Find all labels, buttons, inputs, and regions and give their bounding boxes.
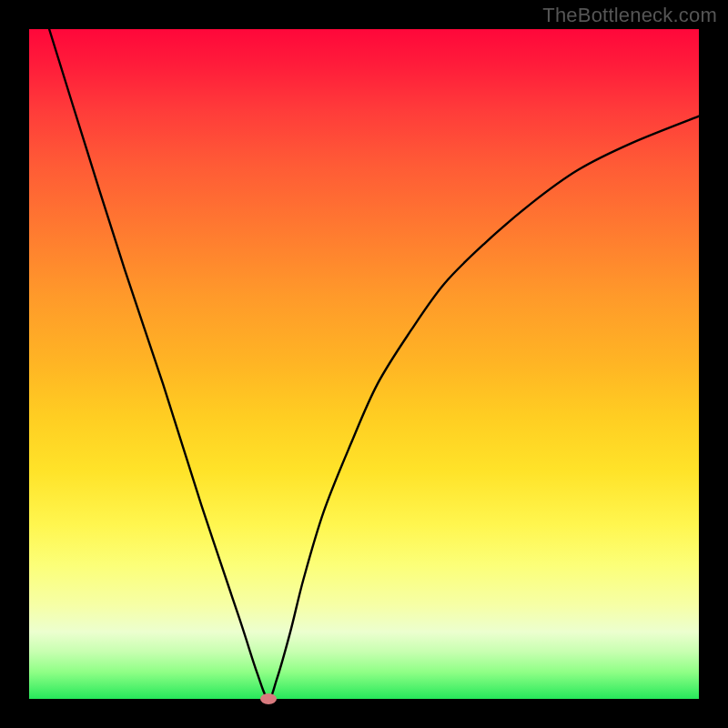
bottleneck-curve — [49, 29, 699, 699]
chart-frame: TheBottleneck.com — [0, 0, 728, 728]
plot-area — [29, 29, 699, 699]
optimal-point-marker — [260, 693, 277, 704]
curve-svg — [29, 29, 699, 699]
watermark-text: TheBottleneck.com — [542, 4, 717, 27]
